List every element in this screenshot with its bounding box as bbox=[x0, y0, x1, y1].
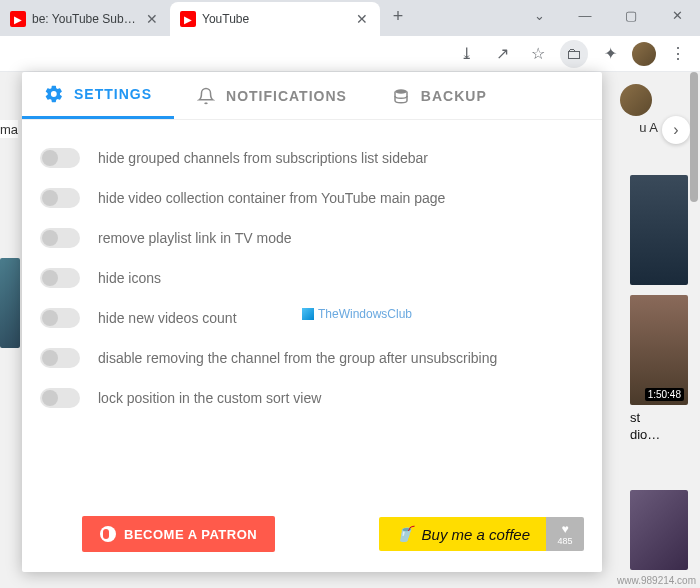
bg-text-fragment: u A bbox=[639, 120, 658, 135]
backup-icon bbox=[391, 86, 411, 106]
tab-settings[interactable]: SETTINGS bbox=[22, 72, 174, 119]
setting-row: hide icons bbox=[40, 258, 584, 298]
browser-tab-active[interactable]: ▶ YouTube ✕ bbox=[170, 2, 380, 36]
setting-label: hide new videos count bbox=[98, 309, 237, 328]
toggle-switch[interactable] bbox=[40, 268, 80, 288]
likes-count: 485 bbox=[557, 536, 572, 546]
youtube-favicon: ▶ bbox=[10, 11, 26, 27]
panel-tabstrip: SETTINGS NOTIFICATIONS BACKUP bbox=[22, 72, 602, 120]
setting-row: hide grouped channels from subscriptions… bbox=[40, 138, 584, 178]
buy-coffee-button[interactable]: 🥤 Buy me a coffee bbox=[379, 517, 546, 551]
svg-point-0 bbox=[395, 89, 407, 94]
video-title-fragment: st dio… bbox=[630, 410, 688, 444]
donate-group: 🥤 Buy me a coffee ♥ 485 bbox=[379, 517, 584, 551]
source-watermark: www.989214.com bbox=[617, 575, 696, 586]
more-menu-icon[interactable]: ⋮ bbox=[664, 40, 692, 68]
chevron-down-icon[interactable]: ⌄ bbox=[516, 0, 562, 30]
tab-backup[interactable]: BACKUP bbox=[369, 72, 509, 119]
extension-popup: SETTINGS NOTIFICATIONS BACKUP hide group… bbox=[22, 72, 602, 572]
video-thumbnail[interactable] bbox=[0, 258, 20, 348]
toggle-switch[interactable] bbox=[40, 148, 80, 168]
youtube-favicon: ▶ bbox=[180, 11, 196, 27]
video-thumbnail[interactable] bbox=[630, 490, 688, 570]
profile-avatar[interactable] bbox=[632, 42, 656, 66]
setting-label: remove playlist link in TV mode bbox=[98, 229, 291, 248]
setting-row: remove playlist link in TV mode bbox=[40, 218, 584, 258]
toggle-switch[interactable] bbox=[40, 188, 80, 208]
close-tab-icon[interactable]: ✕ bbox=[144, 11, 160, 27]
coffee-label: Buy me a coffee bbox=[422, 526, 530, 543]
star-icon[interactable]: ☆ bbox=[524, 40, 552, 68]
tab-title: be: YouTube Subscriptio bbox=[32, 12, 138, 26]
scroll-right-button[interactable]: › bbox=[662, 116, 690, 144]
close-window-button[interactable]: ✕ bbox=[654, 0, 700, 30]
toggle-switch[interactable] bbox=[40, 388, 80, 408]
setting-row: disable removing the channel from the gr… bbox=[40, 338, 584, 378]
close-tab-icon[interactable]: ✕ bbox=[354, 11, 370, 27]
setting-label: hide icons bbox=[98, 269, 161, 288]
browser-toolbar: ⤓ ↗ ☆ 🗀 ✦ ⋮ bbox=[0, 36, 700, 72]
patron-label: BECOME A PATRON bbox=[124, 527, 257, 542]
browser-titlebar: ▶ be: YouTube Subscriptio ✕ ▶ YouTube ✕ … bbox=[0, 0, 700, 36]
new-tab-button[interactable]: + bbox=[384, 2, 412, 30]
tab-strip: ▶ be: YouTube Subscriptio ✕ ▶ YouTube ✕ … bbox=[0, 2, 412, 36]
video-thumbnail[interactable] bbox=[630, 175, 688, 285]
toggle-switch[interactable] bbox=[40, 228, 80, 248]
setting-row: lock position in the custom sort view bbox=[40, 378, 584, 418]
tab-label: NOTIFICATIONS bbox=[226, 88, 347, 104]
tab-label: BACKUP bbox=[421, 88, 487, 104]
tab-notifications[interactable]: NOTIFICATIONS bbox=[174, 72, 369, 119]
youtube-account-avatar[interactable] bbox=[620, 84, 652, 116]
bg-text-fragment: ma bbox=[0, 120, 18, 138]
patreon-icon bbox=[100, 526, 116, 542]
setting-row: hide new videos count bbox=[40, 298, 584, 338]
gear-icon bbox=[44, 84, 64, 104]
tab-label: SETTINGS bbox=[74, 86, 152, 102]
panel-footer: BECOME A PATRON 🥤 Buy me a coffee ♥ 485 bbox=[22, 500, 602, 572]
heart-icon: ♥ bbox=[561, 522, 568, 536]
page-scrollbar[interactable] bbox=[690, 72, 698, 202]
window-controls: ⌄ — ▢ ✕ bbox=[516, 0, 700, 30]
browser-tab[interactable]: ▶ be: YouTube Subscriptio ✕ bbox=[0, 2, 170, 36]
video-duration-badge: 1:50:48 bbox=[645, 388, 684, 401]
toggle-switch[interactable] bbox=[40, 348, 80, 368]
bell-icon bbox=[196, 86, 216, 106]
video-thumbnail[interactable]: 1:50:48 bbox=[630, 295, 688, 405]
setting-label: lock position in the custom sort view bbox=[98, 389, 321, 408]
settings-list[interactable]: hide grouped channels from subscriptions… bbox=[22, 120, 602, 500]
setting-label: disable removing the channel from the gr… bbox=[98, 349, 497, 368]
tab-title: YouTube bbox=[202, 12, 348, 26]
download-icon[interactable]: ⤓ bbox=[452, 40, 480, 68]
minimize-button[interactable]: — bbox=[562, 0, 608, 30]
extensions-puzzle-icon[interactable]: ✦ bbox=[596, 40, 624, 68]
setting-row: hide video collection container from You… bbox=[40, 178, 584, 218]
maximize-button[interactable]: ▢ bbox=[608, 0, 654, 30]
setting-label: hide grouped channels from subscriptions… bbox=[98, 149, 428, 168]
become-patron-button[interactable]: BECOME A PATRON bbox=[82, 516, 275, 552]
likes-counter[interactable]: ♥ 485 bbox=[546, 517, 584, 551]
share-icon[interactable]: ↗ bbox=[488, 40, 516, 68]
coffee-cup-icon: 🥤 bbox=[395, 525, 414, 543]
toggle-switch[interactable] bbox=[40, 308, 80, 328]
extension-folder-icon[interactable]: 🗀 bbox=[560, 40, 588, 68]
setting-label: hide video collection container from You… bbox=[98, 189, 445, 208]
